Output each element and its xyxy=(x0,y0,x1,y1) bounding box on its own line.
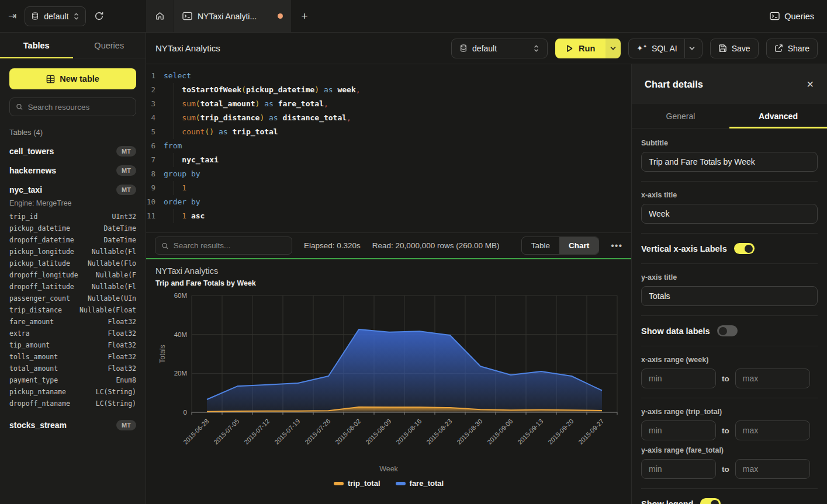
svg-text:2015-08-23: 2015-08-23 xyxy=(425,418,453,446)
column-row: pickup_latitudeNullable(Flo xyxy=(9,258,136,269)
share-button[interactable]: Share xyxy=(766,39,818,58)
divider xyxy=(641,315,818,316)
sql-editor-lines: 1select2 toStartOfWeek(pickup_datetime) … xyxy=(146,69,631,223)
play-icon xyxy=(566,44,573,53)
legend-item-fare_total[interactable]: fare_total xyxy=(396,479,444,488)
column-row: tolls_amountFloat32 xyxy=(9,351,136,363)
topbar-left: ⇥ default xyxy=(0,0,146,32)
xrange-max-input[interactable] xyxy=(735,369,810,388)
sidebar-tab-queries[interactable]: Queries xyxy=(73,33,146,58)
yrange-fare-min-input[interactable] xyxy=(641,459,716,479)
column-row: dropoff_ntanameLC(String) xyxy=(9,398,136,409)
home-tab[interactable] xyxy=(146,0,174,32)
panel-title: Chart details xyxy=(645,79,703,90)
table-row-cell-towers[interactable]: cell_towers MT xyxy=(9,141,136,161)
database-icon xyxy=(459,44,468,53)
engine-badge: MT xyxy=(116,420,136,430)
sql-editor[interactable]: 1select2 toStartOfWeek(pickup_datetime) … xyxy=(146,64,631,232)
run-button[interactable]: Run xyxy=(555,39,605,58)
tabstrip: NYTaxi Analyti... + xyxy=(146,0,318,32)
new-tab-button[interactable]: + xyxy=(291,0,318,32)
chart-legend: trip_totalfare_total xyxy=(155,479,622,488)
subtitle-input[interactable] xyxy=(641,152,818,172)
sidebar-tabs: Tables Queries xyxy=(0,33,146,58)
table-row-hackernews[interactable]: hackernews MT xyxy=(9,161,136,180)
code-line: 1select xyxy=(146,69,631,83)
xaxis-title-input[interactable] xyxy=(641,204,818,224)
run-options-caret[interactable] xyxy=(605,39,621,58)
sidebar-search-input[interactable] xyxy=(28,103,130,112)
chart-title: NYTaxi Analytics xyxy=(155,266,622,276)
show-legend-toggle[interactable] xyxy=(700,498,721,504)
new-table-button[interactable]: New table xyxy=(9,68,136,89)
data-labels-toggle[interactable] xyxy=(717,325,738,336)
yrange-fare-max-input[interactable] xyxy=(735,459,810,479)
svg-text:0: 0 xyxy=(184,409,187,416)
legend-item-trip_total[interactable]: trip_total xyxy=(334,479,380,488)
column-row: dropoff_datetimeDateTime xyxy=(9,234,136,246)
svg-text:Totals: Totals xyxy=(158,345,167,363)
run-database-selector[interactable]: default xyxy=(451,39,548,58)
column-row: pickup_ntanameLC(String) xyxy=(9,386,136,398)
subtitle-field-label: Subtitle xyxy=(641,139,818,147)
svg-text:2015-06-28: 2015-06-28 xyxy=(182,418,210,446)
to-label: to xyxy=(722,426,729,435)
search-icon xyxy=(16,103,23,111)
run-database-value: default xyxy=(472,44,497,53)
column-list: trip_idUInt32pickup_datetimeDateTimedrop… xyxy=(9,211,136,409)
yrange-trip-min-input[interactable] xyxy=(641,420,716,440)
elapsed-stat: Elapsed: 0.320s xyxy=(304,241,361,250)
sql-ai-caret[interactable] xyxy=(684,39,700,58)
svg-text:2015-09-20: 2015-09-20 xyxy=(546,418,575,446)
save-button[interactable]: Save xyxy=(710,39,759,58)
view-tab-table[interactable]: Table xyxy=(522,237,559,254)
close-icon[interactable]: ✕ xyxy=(807,79,814,90)
vertical-labels-label: Vertical x-axis Labels xyxy=(641,244,727,253)
refresh-icon[interactable] xyxy=(94,11,104,21)
yrange-trip-label: y-axis range (trip_total) xyxy=(641,408,818,416)
toggle-knob xyxy=(745,245,753,253)
code-line: 11 1 asc xyxy=(146,209,631,223)
panel-tab-general[interactable]: General xyxy=(632,104,729,128)
divider xyxy=(641,263,818,264)
share-label: Share xyxy=(788,44,809,53)
results-search[interactable] xyxy=(155,237,292,255)
results-more-button[interactable]: ••• xyxy=(611,241,622,251)
sql-ai-button[interactable]: ✦✦ SQL AI xyxy=(628,39,702,58)
vertical-labels-toggle[interactable] xyxy=(734,243,755,254)
column-row: pickup_longitudeNullable(Fl xyxy=(9,246,136,258)
toggle-knob xyxy=(719,327,727,335)
topbar-database-selector[interactable]: default xyxy=(25,6,86,26)
table-engine-label: Engine: MergeTree xyxy=(9,199,136,207)
view-tab-chart[interactable]: Chart xyxy=(559,237,598,254)
legend-label: fare_total xyxy=(410,479,444,488)
table-row-stocks-stream[interactable]: stocks_stream MT xyxy=(9,415,136,435)
query-tab[interactable]: NYTaxi Analyti... xyxy=(174,0,291,32)
engine-badge: MT xyxy=(116,165,136,176)
chevron-down-icon xyxy=(610,46,616,50)
yaxis-title-input[interactable] xyxy=(641,286,818,306)
code-line: 5 count() as trip_total xyxy=(146,125,631,139)
data-labels-label: Show data labels xyxy=(641,326,710,336)
sidebar-search[interactable] xyxy=(9,98,136,116)
collapse-sidebar-icon[interactable]: ⇥ xyxy=(8,10,16,22)
run-label: Run xyxy=(579,44,595,53)
sidebar: Tables Queries New table Tables (4) cell… xyxy=(0,33,146,504)
queries-button[interactable]: Queries xyxy=(770,12,827,21)
sidebar-tab-tables[interactable]: Tables xyxy=(0,33,73,58)
divider xyxy=(641,488,818,489)
search-icon xyxy=(161,242,169,250)
results-search-input[interactable] xyxy=(174,241,286,250)
svg-text:2015-08-16: 2015-08-16 xyxy=(395,418,423,446)
yrange-trip-max-input[interactable] xyxy=(735,420,810,440)
chart-plot[interactable]: 020M40M60M2015-06-282015-07-052015-07-12… xyxy=(155,290,622,467)
xrange-min-input[interactable] xyxy=(641,369,716,388)
legend-label: trip_total xyxy=(348,479,380,488)
legend-swatch xyxy=(334,482,344,485)
show-legend-label: Show legend xyxy=(641,499,693,504)
divider xyxy=(641,346,818,346)
yrange-fare-label: y-axis range (fare_total) xyxy=(641,446,818,454)
table-row-nyc-taxi[interactable]: nyc_taxi MT xyxy=(9,180,136,199)
read-stat: Read: 20,000,000 rows (260.00 MB) xyxy=(372,241,500,250)
panel-tab-advanced[interactable]: Advanced xyxy=(729,104,827,128)
